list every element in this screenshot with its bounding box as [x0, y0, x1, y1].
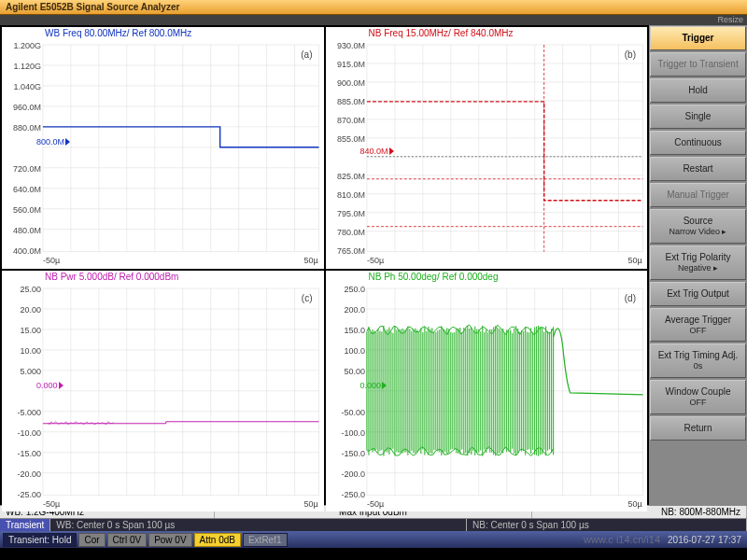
svg-text:50µ: 50µ — [304, 498, 318, 508]
chart-a: 1.200G1.120G1.040G960.0M880.0M720.0M640.… — [2, 27, 324, 269]
svg-text:900.0M: 900.0M — [337, 78, 365, 88]
panel-d-ref: 0.000 — [360, 381, 388, 390]
svg-text:-25.00: -25.00 — [18, 489, 41, 498]
panel-a-ref: 800.0M — [36, 137, 70, 147]
ref-arrow-icon — [59, 382, 63, 389]
chart-d: 250.0200.0150.0100.050.00-50.00-100.0-15… — [326, 271, 648, 512]
svg-text:720.0M: 720.0M — [13, 164, 41, 174]
svg-text:1.120G: 1.120G — [14, 62, 41, 71]
bottombar-ctrl-0v[interactable]: Ctrl 0V — [107, 533, 148, 547]
svg-text:-200.0: -200.0 — [341, 469, 364, 478]
svg-text:50µ: 50µ — [627, 498, 641, 508]
panel-c-ref: 0.000 — [36, 381, 63, 390]
ref-arrow-icon — [389, 147, 394, 155]
bottombar-attn-0db[interactable]: Attn 0dB — [194, 533, 241, 547]
svg-text:-10.00: -10.00 — [18, 427, 41, 437]
svg-text:-15.00: -15.00 — [18, 448, 41, 457]
panel-c-title: NB Pwr 5.000dB/ Ref 0.000dBm — [45, 272, 178, 282]
status-wb-span: WB: Center 0 s Span 100 µs — [50, 519, 467, 531]
svg-text:1.200G: 1.200G — [14, 41, 41, 50]
status-nb-span: NB: Center 0 s Span 100 µs — [467, 519, 747, 531]
svg-text:885.0M: 885.0M — [337, 97, 365, 106]
svg-text:50.00: 50.00 — [344, 366, 364, 375]
bottombar-extref1[interactable]: ExtRef1 — [243, 533, 288, 547]
svg-text:200.0: 200.0 — [344, 305, 364, 315]
svg-text:25.00: 25.00 — [20, 285, 40, 294]
panel-b-ref: 840.0M — [360, 147, 394, 156]
svg-text:50µ: 50µ — [304, 256, 318, 265]
svg-text:-5.000: -5.000 — [18, 407, 41, 416]
bottom-bar: Transient: HoldCorCtrl 0VPow 0VAttn 0dBE… — [0, 531, 747, 548]
svg-text:915.0M: 915.0M — [337, 60, 365, 69]
panel-d-letter: (d) — [625, 293, 636, 303]
ref-arrow-icon — [65, 138, 70, 146]
ref-arrow-icon — [382, 382, 387, 389]
svg-text:825.0M: 825.0M — [337, 172, 365, 181]
panel-a-letter: (a) — [301, 49, 312, 60]
svg-text:480.0M: 480.0M — [13, 226, 41, 235]
timestamp: 2016-07-27 17:37 — [664, 535, 745, 545]
sidebar-btn-continuous[interactable]: Continuous — [650, 131, 746, 155]
svg-text:870.0M: 870.0M — [337, 116, 365, 125]
bottombar-cor[interactable]: Cor — [78, 533, 105, 547]
svg-text:-50µ: -50µ — [366, 498, 383, 508]
status-mode: Transient — [0, 519, 50, 531]
panel-c-letter: (c) — [302, 293, 313, 303]
resize-label: Resize — [717, 15, 743, 24]
svg-text:250.0: 250.0 — [344, 285, 364, 294]
sidebar-btn-ext-trig-output[interactable]: Ext Trig Output — [650, 282, 746, 306]
svg-text:780.0M: 780.0M — [337, 228, 365, 237]
svg-text:20.00: 20.00 — [20, 305, 40, 315]
svg-text:-50µ: -50µ — [43, 498, 60, 508]
panel-d-title: NB Ph 50.00deg/ Ref 0.000deg — [369, 272, 499, 282]
panel-nb-ph[interactable]: NB Ph 50.00deg/ Ref 0.000deg (d) 0.000 2… — [326, 271, 648, 512]
plot-area: WB Freq 80.00MHz/ Ref 800.0MHz (a) 800.0… — [0, 25, 649, 505]
sidebar-btn-trigger[interactable]: Trigger — [650, 26, 746, 50]
app-title: Agilent E5052B Signal Source Analyzer — [6, 2, 179, 12]
sidebar-btn-return[interactable]: Return — [650, 416, 746, 441]
svg-text:810.0M: 810.0M — [337, 190, 365, 200]
svg-text:100.0: 100.0 — [344, 345, 364, 355]
sidebar-btn-ext-trig-timing-adj-[interactable]: Ext Trig Timing Adj.0s — [650, 343, 746, 378]
svg-text:930.0M: 930.0M — [337, 41, 365, 50]
sidebar-btn-restart[interactable]: Restart — [650, 157, 746, 181]
svg-text:640.0M: 640.0M — [13, 185, 41, 194]
sidebar-btn-hold[interactable]: Hold — [650, 78, 746, 103]
panel-b-title: NB Freq 15.00MHz/ Ref 840.0MHz — [369, 28, 514, 38]
svg-text:-20.00: -20.00 — [18, 469, 41, 478]
sidebar-btn-ext-trig-polarity[interactable]: Ext Trig PolarityNegative ▸ — [650, 245, 746, 280]
panel-nb-freq[interactable]: NB Freq 15.00MHz/ Ref 840.0MHz (b) 840.0… — [326, 27, 648, 269]
sidebar-btn-trigger-to-transient[interactable]: Trigger to Transient — [650, 52, 746, 77]
svg-text:960.0M: 960.0M — [13, 103, 41, 112]
svg-text:880.0M: 880.0M — [13, 123, 41, 133]
bottombar-pow-0v[interactable]: Pow 0V — [148, 533, 191, 547]
sidebar-btn-window-couple[interactable]: Window CoupleOFF — [650, 380, 746, 414]
svg-text:1.040G: 1.040G — [14, 82, 41, 91]
svg-text:50µ: 50µ — [627, 256, 641, 265]
svg-text:-50µ: -50µ — [366, 256, 383, 265]
svg-text:795.0M: 795.0M — [337, 209, 365, 218]
svg-text:10.00: 10.00 — [20, 345, 40, 355]
resize-bar[interactable]: Resize — [0, 15, 747, 25]
panel-a-title: WB Freq 80.00MHz/ Ref 800.0MHz — [45, 28, 191, 38]
svg-text:855.0M: 855.0M — [337, 134, 365, 144]
watermark: www.c i14.cn/i14 — [584, 534, 660, 545]
bottombar-transient-hold[interactable]: Transient: Hold — [3, 533, 77, 547]
sidebar-btn-single[interactable]: Single — [650, 105, 746, 129]
main-area: WB Freq 80.00MHz/ Ref 800.0MHz (a) 800.0… — [0, 25, 747, 505]
sidebar-btn-manual-trigger[interactable]: Manual Trigger — [650, 183, 746, 207]
sidebar-btn-source[interactable]: SourceNarrow Video ▸ — [650, 209, 746, 244]
svg-text:-100.0: -100.0 — [341, 427, 364, 437]
svg-text:560.0M: 560.0M — [13, 205, 41, 215]
title-bar: Agilent E5052B Signal Source Analyzer — [0, 0, 747, 15]
svg-text:765.0M: 765.0M — [337, 246, 365, 256]
panel-b-letter: (b) — [625, 49, 636, 60]
svg-text:-150.0: -150.0 — [341, 448, 364, 457]
svg-text:15.00: 15.00 — [20, 326, 40, 335]
panel-wb-freq[interactable]: WB Freq 80.00MHz/ Ref 800.0MHz (a) 800.0… — [2, 27, 324, 269]
panel-nb-pwr[interactable]: NB Pwr 5.000dB/ Ref 0.000dBm (c) 0.000 2… — [2, 271, 324, 512]
status-row-2: Transient WB: Center 0 s Span 100 µs NB:… — [0, 518, 747, 531]
svg-text:-250.0: -250.0 — [341, 489, 364, 498]
svg-text:-50µ: -50µ — [43, 256, 60, 265]
sidebar-btn-average-trigger[interactable]: Average TriggerOFF — [650, 308, 746, 343]
